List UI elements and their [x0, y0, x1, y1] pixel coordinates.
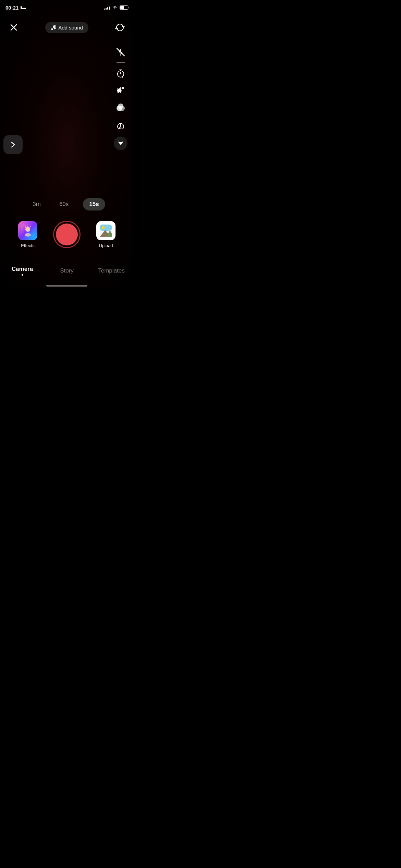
status-bar: 00:21	[0, 0, 134, 15]
svg-point-26	[25, 227, 30, 232]
effects-image	[21, 224, 35, 238]
status-time: 00:21	[5, 5, 26, 11]
enhance-button[interactable]	[113, 83, 128, 98]
duration-15s-label: 15s	[89, 201, 99, 207]
effects-icon	[18, 221, 37, 240]
record-button[interactable]	[53, 221, 81, 248]
effects-label: Effects	[21, 243, 35, 248]
timer-icon: 3	[116, 69, 125, 78]
tab-templates-label: Templates	[98, 267, 124, 274]
svg-point-7	[51, 28, 53, 30]
color-filter-button[interactable]	[113, 100, 128, 115]
chevron-down-icon	[118, 140, 124, 146]
duration-3m-label: 3m	[33, 201, 41, 207]
battery-fill	[120, 6, 124, 9]
upload-button[interactable]: Upload	[96, 221, 116, 248]
close-icon	[10, 24, 17, 31]
signal-bar-3	[107, 7, 108, 10]
home-indicator	[46, 285, 87, 287]
top-controls: Add sound	[0, 15, 134, 40]
svg-point-4	[114, 8, 115, 9]
upload-icon	[96, 221, 116, 240]
bed-icon	[21, 5, 26, 10]
flip-icon	[115, 23, 125, 32]
upload-label: Upload	[99, 243, 113, 248]
tab-templates[interactable]: Templates	[89, 265, 134, 276]
svg-point-34	[102, 226, 105, 229]
music-note-icon	[51, 25, 56, 30]
svg-text:3: 3	[122, 75, 123, 78]
duration-3m[interactable]: 3m	[28, 199, 45, 210]
tab-active-indicator	[22, 274, 23, 276]
more-options-button[interactable]	[114, 136, 127, 150]
flip-camera-button[interactable]	[113, 21, 127, 34]
svg-point-27	[25, 233, 31, 237]
duration-selector: 3m 60s 15s	[0, 198, 134, 210]
duration-60s[interactable]: 60s	[55, 199, 73, 210]
expand-panel-button[interactable]	[3, 135, 23, 154]
duration-15s[interactable]: 15s	[83, 198, 105, 210]
right-controls: 3	[113, 45, 128, 150]
svg-rect-2	[22, 7, 24, 8]
svg-point-22	[118, 104, 123, 109]
tab-story-label: Story	[60, 267, 74, 274]
upload-image-icon	[98, 223, 113, 238]
record-ring	[53, 221, 81, 248]
close-button[interactable]	[7, 21, 21, 34]
tab-camera[interactable]: Camera	[0, 264, 45, 278]
signal-bar-1	[104, 9, 105, 10]
speed-button[interactable]: 1x	[113, 117, 128, 134]
color-filter-icon	[116, 103, 125, 112]
flash-off-icon	[116, 48, 125, 57]
signal-icon	[104, 5, 110, 10]
signal-bar-4	[109, 7, 110, 10]
time-display: 00:21	[5, 5, 19, 11]
effects-button[interactable]: Effects	[18, 221, 37, 248]
add-sound-button[interactable]: Add sound	[45, 22, 88, 33]
svg-rect-1	[21, 6, 22, 9]
tab-story[interactable]: Story	[45, 265, 89, 276]
chevron-right-icon	[10, 141, 16, 148]
enhance-icon-overlay	[116, 86, 125, 95]
divider	[117, 62, 125, 63]
duration-60s-label: 60s	[59, 201, 69, 207]
svg-point-8	[54, 28, 56, 29]
svg-text:1x: 1x	[119, 126, 122, 129]
battery-icon	[120, 5, 128, 10]
timer-button[interactable]: 3	[113, 66, 128, 81]
add-sound-label: Add sound	[58, 25, 83, 31]
svg-rect-33	[100, 225, 112, 231]
speed-icon: 1x	[117, 122, 125, 129]
svg-rect-3	[24, 7, 26, 8]
tab-camera-label: Camera	[12, 266, 33, 273]
status-icons	[104, 5, 128, 10]
bottom-controls: Effects Upload	[0, 221, 134, 248]
signal-bar-2	[106, 8, 107, 10]
flash-off-button[interactable]	[113, 45, 128, 60]
wifi-icon	[112, 5, 118, 10]
tab-bar: Camera Story Templates	[0, 264, 134, 278]
